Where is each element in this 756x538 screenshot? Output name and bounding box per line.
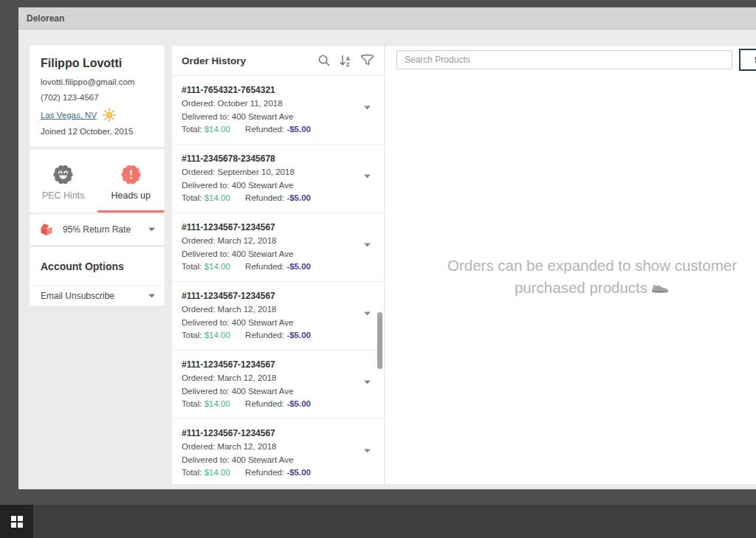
order-refunded-label: Refunded:: [245, 399, 284, 408]
chevron-down-icon[interactable]: [364, 380, 371, 384]
order-total-amount: $14.00: [205, 125, 230, 134]
order-refunded-amount: -$5.00: [286, 193, 311, 202]
order-refunded-label: Refunded:: [245, 331, 284, 339]
product-search-panel: SEARCH Orders can be expanded to show cu…: [385, 46, 756, 484]
app-content: Filippo Lovotti lovotti.filippo@gmail.co…: [18, 30, 756, 489]
customer-sidebar: Filippo Lovotti lovotti.filippo@gmail.co…: [30, 45, 165, 306]
tab-pec-hints[interactable]: PEC Hints: [30, 149, 97, 213]
tab-heads-up-label: Heads up: [111, 190, 151, 201]
smiley-badge-icon: [53, 165, 73, 184]
order-total-amount: $14.00: [205, 468, 230, 477]
order-ordered-date: Ordered: March 12, 2018: [182, 235, 374, 248]
order-id: #111-1234567-1234567: [182, 428, 374, 438]
account-options-header: Account Options: [30, 247, 165, 286]
order-delivered-to: Delivered to: 400 Stewart Ave: [182, 454, 374, 467]
taskbar: [0, 505, 756, 538]
sun-icon: [103, 108, 116, 122]
return-rate-label: 95% Return Rate: [63, 224, 148, 235]
customer-phone: (702) 123-4567: [41, 93, 154, 102]
order-total-label: Total:: [182, 125, 202, 134]
order-delivered-to: Delivered to: 400 Stewart Ave: [182, 317, 374, 330]
window-title: Delorean: [27, 13, 64, 24]
order-list: #111-7654321-7654321 Ordered: October 11…: [172, 76, 384, 484]
alert-badge-icon: [121, 165, 141, 184]
order-totals: Total: $14.00 Refunded: -$5.00: [182, 398, 374, 411]
order-row[interactable]: #111-7654321-7654321 Ordered: October 11…: [172, 76, 384, 145]
order-total-label: Total:: [182, 193, 202, 202]
order-history-panel: Order History A Z #111-7654321-7654321 O…: [172, 46, 384, 484]
email-unsubscribe-label: Email Unsubscribe: [41, 291, 148, 301]
tab-heads-up[interactable]: Heads up: [97, 149, 165, 213]
order-totals: Total: $14.00 Refunded: -$5.00: [182, 466, 374, 480]
customer-name: Filippo Lovotti: [41, 57, 154, 70]
windows-logo-icon: [11, 516, 23, 528]
sidebar-tabs: PEC Hints: [30, 149, 165, 213]
order-id: #111-1234567-1234567: [182, 222, 374, 232]
return-rate-dropdown[interactable]: 95% Return Rate: [30, 214, 165, 245]
order-list-scrollbar[interactable]: [377, 312, 382, 369]
order-row[interactable]: #111-2345678-2345678 Ordered: September …: [172, 145, 384, 213]
order-delivered-to: Delivered to: 400 Stewart Ave: [182, 111, 374, 124]
chevron-down-icon: [148, 294, 155, 298]
order-total-label: Total:: [182, 331, 202, 339]
order-refunded-amount: -$5.00: [286, 262, 311, 271]
order-refunded-label: Refunded:: [245, 262, 284, 271]
order-refunded-label: Refunded:: [245, 468, 284, 477]
chevron-down-icon[interactable]: [364, 243, 371, 247]
order-row[interactable]: #111-1234567-1234567 Ordered: March 12, …: [172, 419, 384, 484]
tab-pec-hints-label: PEC Hints: [42, 190, 85, 201]
app-window: Delorean Filippo Lovotti lovotti.filippo…: [18, 7, 756, 489]
sort-az-icon[interactable]: A Z: [339, 54, 352, 67]
account-options-card: Account Options Email Unsubscribe: [30, 247, 165, 306]
product-search-input[interactable]: [396, 50, 732, 69]
order-row[interactable]: #111-1234567-1234567 Ordered: March 12, …: [172, 282, 384, 351]
chevron-down-icon[interactable]: [364, 449, 371, 453]
chevron-down-icon[interactable]: [364, 106, 371, 110]
chevron-down-icon[interactable]: [364, 174, 371, 179]
order-total-label: Total:: [182, 399, 202, 408]
order-ordered-date: Ordered: March 12, 2018: [182, 303, 374, 317]
customer-email: lovotti.filippo@gmail.com: [41, 77, 154, 86]
order-total-label: Total:: [182, 468, 202, 477]
email-unsubscribe-dropdown[interactable]: Email Unsubscribe: [30, 286, 165, 306]
chevron-down-icon: [148, 227, 155, 232]
order-totals: Total: $14.00 Refunded: -$5.00: [182, 329, 374, 342]
order-refunded-amount: -$5.00: [286, 399, 311, 408]
order-refunded-amount: -$5.00: [286, 468, 311, 477]
start-button[interactable]: [0, 505, 33, 538]
order-row[interactable]: #111-1234567-1234567 Ordered: March 12, …: [172, 213, 384, 282]
product-search-button[interactable]: SEARCH: [739, 49, 756, 71]
chevron-down-icon[interactable]: [364, 311, 371, 316]
order-totals: Total: $14.00 Refunded: -$5.00: [182, 123, 374, 137]
order-total-amount: $14.00: [205, 331, 230, 339]
order-id: #111-7654321-7654321: [182, 85, 374, 95]
customer-joined-date: Joined 12 October, 2015: [41, 127, 154, 136]
order-delivered-to: Delivered to: 400 Stewart Ave: [182, 385, 374, 399]
orders-empty-state-message: Orders can be expanded to show customer …: [430, 255, 755, 299]
window-titlebar[interactable]: Delorean: [18, 7, 756, 30]
order-refunded-label: Refunded:: [245, 125, 284, 134]
order-total-amount: $14.00: [205, 262, 230, 271]
order-history-header: Order History A Z: [172, 46, 384, 76]
order-ordered-date: Ordered: March 12, 2018: [182, 441, 374, 454]
order-refunded-amount: -$5.00: [286, 125, 311, 134]
order-ordered-date: Ordered: September 10, 2018: [182, 166, 374, 179]
customer-profile-card: Filippo Lovotti lovotti.filippo@gmail.co…: [30, 45, 165, 147]
order-refunded-amount: -$5.00: [286, 331, 311, 339]
order-ordered-date: Ordered: October 11, 2018: [182, 97, 374, 111]
order-history-title: Order History: [182, 55, 309, 66]
order-total-amount: $14.00: [205, 193, 230, 202]
search-icon[interactable]: [317, 54, 331, 67]
order-id: #111-2345678-2345678: [182, 154, 374, 164]
svg-text:Z: Z: [346, 61, 350, 67]
order-row[interactable]: #111-1234567-1234567 Ordered: March 12, …: [172, 351, 384, 419]
order-totals: Total: $14.00 Refunded: -$5.00: [182, 192, 374, 205]
order-ordered-date: Ordered: March 12, 2018: [182, 372, 374, 385]
order-delivered-to: Delivered to: 400 Stewart Ave: [182, 179, 374, 193]
order-total-label: Total:: [182, 262, 202, 271]
order-refunded-label: Refunded:: [245, 193, 284, 202]
order-id: #111-1234567-1234567: [182, 359, 374, 370]
filter-icon[interactable]: [360, 54, 374, 67]
customer-location-link[interactable]: Las Vegas, NV: [41, 111, 97, 120]
order-delivered-to: Delivered to: 400 Stewart Ave: [182, 248, 374, 261]
